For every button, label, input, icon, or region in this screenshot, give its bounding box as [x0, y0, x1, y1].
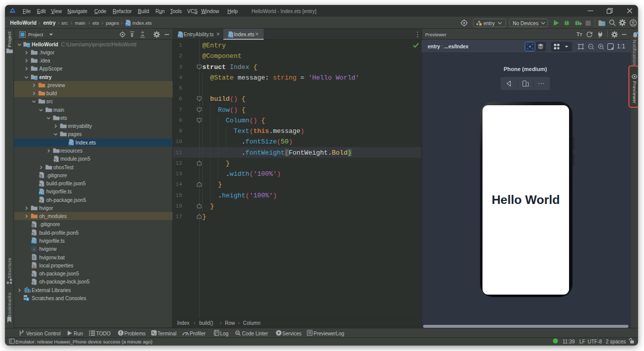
svg-text:TS: TS [126, 23, 129, 26]
svg-text:TS: TS [32, 241, 35, 244]
svg-text:TS: TS [69, 143, 72, 146]
svg-text:TS: TS [178, 34, 182, 37]
svg-text:TS: TS [228, 34, 232, 37]
svg-text:TS: TS [39, 191, 43, 194]
svg-text:›: › [33, 247, 35, 251]
